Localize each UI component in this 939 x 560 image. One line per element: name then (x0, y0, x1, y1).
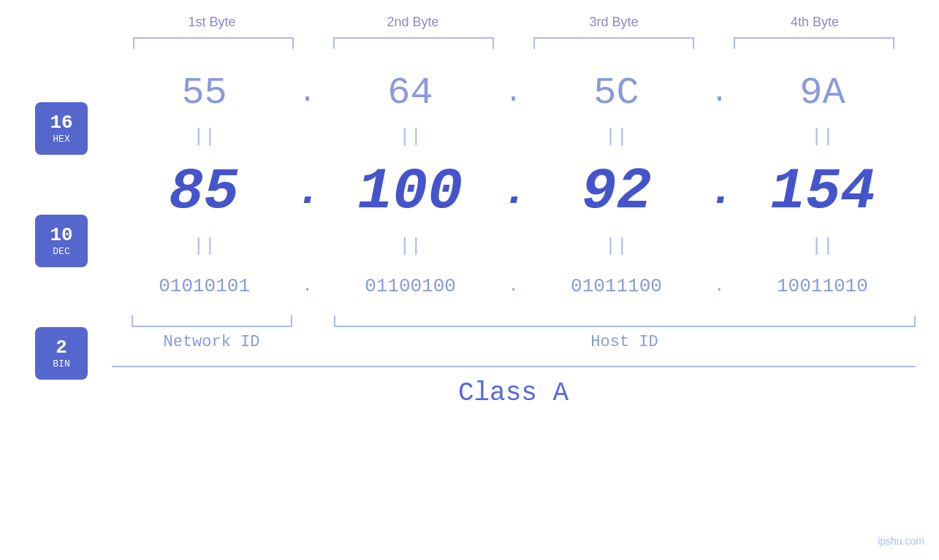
bin-val-1: 01010101 (159, 275, 250, 297)
hex-num: 16 (50, 112, 72, 134)
hex-cell-1: 55 (112, 72, 297, 115)
hex-val-1: 55 (181, 72, 227, 115)
bin-dot-1: . (297, 277, 318, 296)
hex-row: 55 . 64 . 5C . 9A (112, 64, 916, 122)
network-id-label: Network ID (112, 333, 312, 351)
watermark: ipshu.com (878, 535, 924, 547)
dec-val-2: 100 (357, 158, 463, 225)
eq2-4: || (729, 235, 915, 257)
hex-cell-2: 64 (317, 72, 503, 115)
dec-dot-2: . (503, 169, 525, 213)
bracket-top-1 (133, 37, 294, 49)
bin-num: 2 (56, 337, 67, 358)
dec-val-3: 92 (582, 158, 652, 225)
bracket-top-4 (734, 37, 894, 49)
bin-cell-3: 01011100 (523, 275, 709, 297)
bin-dot-3: . (710, 277, 730, 296)
dec-val-4: 154 (770, 158, 875, 225)
bin-val-2: 01100100 (365, 275, 456, 297)
bottom-brackets (112, 315, 916, 327)
bin-val-4: 10011010 (777, 275, 868, 297)
dec-cell-3: 92 (525, 158, 710, 225)
bracket-bottom-host (334, 315, 916, 327)
dec-dot-1: . (296, 169, 318, 213)
bin-cell-4: 10011010 (729, 275, 915, 297)
class-row: Class A (112, 366, 916, 408)
rows-area: 55 . 64 . 5C . 9A || || || || (112, 64, 916, 312)
hex-dot-3: . (710, 77, 730, 110)
dec-cell-1: 85 (112, 158, 297, 225)
top-brackets (44, 37, 939, 49)
bin-name: BIN (53, 358, 69, 369)
byte-headers: 1st Byte 2nd Byte 3rd Byte 4th Byte (44, 15, 939, 30)
host-id-label: Host ID (334, 333, 916, 351)
bracket-bottom-network (132, 315, 292, 327)
dec-cell-4: 154 (731, 158, 916, 225)
dec-dot-3: . (709, 169, 731, 213)
byte3-header: 3rd Byte (514, 15, 715, 30)
hex-dot-2: . (503, 77, 524, 110)
bottom-area: Network ID Host ID (112, 315, 916, 351)
byte4-header: 4th Byte (715, 15, 916, 30)
hex-cell-4: 9A (729, 72, 915, 115)
eq2-2: || (317, 235, 503, 257)
hex-val-3: 5C (593, 72, 639, 115)
bin-cell-1: 01010101 (112, 275, 297, 297)
dec-name: DEC (53, 246, 69, 257)
byte1-header: 1st Byte (112, 15, 313, 30)
bracket-top-3 (533, 37, 694, 49)
byte2-header: 2nd Byte (313, 15, 514, 30)
equals-row-2: || || || || (112, 231, 916, 261)
bracket-top-2 (333, 37, 494, 49)
dec-badge: 10 DEC (35, 215, 88, 267)
bin-row: 01010101 . 01100100 . 01011100 . 1001101… (112, 261, 916, 312)
dec-val-1: 85 (169, 158, 239, 225)
hex-cell-3: 5C (523, 72, 709, 115)
class-label: Class A (112, 378, 916, 408)
hex-val-4: 9A (799, 72, 845, 115)
hex-val-2: 64 (387, 72, 433, 115)
bin-cell-2: 01100100 (317, 275, 503, 297)
hex-name: HEX (53, 134, 69, 145)
eq1-2: || (317, 126, 503, 147)
hex-dot-1: . (297, 77, 318, 110)
equals-row-1: || || || || (112, 122, 916, 151)
eq1-4: || (729, 126, 915, 147)
eq2-3: || (523, 235, 709, 257)
eq1-3: || (523, 126, 709, 147)
eq1-1: || (112, 126, 297, 147)
hex-badge: 16 HEX (35, 102, 88, 155)
eq2-1: || (112, 235, 297, 257)
base-badges: 16 HEX 10 DEC 2 BIN (35, 102, 88, 440)
bin-dot-2: . (503, 277, 524, 296)
dec-num: 10 (50, 225, 72, 246)
bin-badge: 2 BIN (35, 327, 88, 380)
dec-row: 85 . 100 . 92 . 154 (112, 151, 916, 231)
dec-cell-2: 100 (318, 158, 503, 225)
bin-val-3: 01011100 (571, 275, 662, 297)
main-container: 1st Byte 2nd Byte 3rd Byte 4th Byte 16 H… (0, 0, 939, 560)
bottom-labels: Network ID Host ID (112, 333, 916, 351)
class-bracket-line (112, 366, 916, 367)
